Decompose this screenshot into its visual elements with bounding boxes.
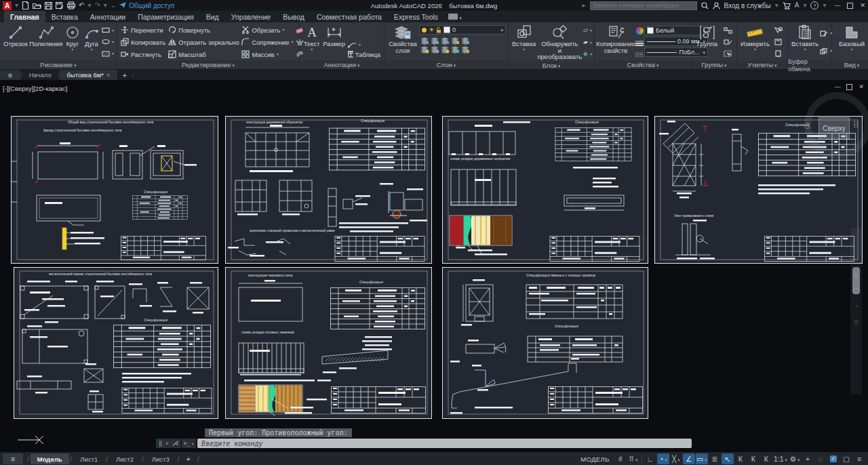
- viewport-close-icon[interactable]: ✕: [859, 83, 864, 90]
- steering-wheel-icon[interactable]: ◎: [854, 319, 859, 325]
- open-file-icon[interactable]: [33, 2, 41, 9]
- viewcube-east-label[interactable]: В: [853, 119, 859, 129]
- viewport-controls[interactable]: [-][Сверху][2D-каркас]: [3, 85, 67, 92]
- new-file-icon[interactable]: [22, 1, 29, 9]
- layer-tool-icon[interactable]: [420, 37, 429, 45]
- viewport-restore-icon[interactable]: [846, 84, 852, 90]
- isodraft-icon[interactable]: ╳: [670, 453, 682, 464]
- block-sync-icon[interactable]: ❖: [583, 52, 588, 58]
- panel-block-label[interactable]: Блок: [542, 62, 561, 69]
- panel-modify-label[interactable]: Редактирование: [182, 61, 235, 68]
- search-icon[interactable]: [701, 2, 709, 9]
- quick-select-icon[interactable]: [774, 27, 783, 34]
- panel-view-label[interactable]: Вид: [844, 61, 860, 68]
- panel-layers-label[interactable]: Слои: [437, 61, 456, 68]
- line-button[interactable]: Отрезок: [2, 24, 29, 60]
- viewcube-west-label[interactable]: З: [805, 121, 810, 131]
- search-input[interactable]: [593, 2, 694, 9]
- block-attrib-icon[interactable]: ▰: [583, 39, 588, 45]
- layer-tool-icon[interactable]: [450, 45, 460, 54]
- lineweight-toggle-icon[interactable]: ≣: [709, 453, 721, 464]
- close-button[interactable]: ✕: [860, 2, 865, 9]
- ribbon-tab-parametric[interactable]: Параметризация: [132, 11, 200, 22]
- isolate-objects-icon[interactable]: ◌: [814, 453, 827, 464]
- access-dropdown-icon[interactable]: ▾: [803, 2, 806, 9]
- panel-clipboard-label[interactable]: Буфер обмена: [788, 58, 831, 73]
- layout2-tab[interactable]: Лист2: [109, 453, 140, 464]
- search-expand-icon[interactable]: ▸: [583, 2, 586, 9]
- minimize-button[interactable]: —: [834, 2, 840, 9]
- detect-convert-button[interactable]: Обнаружить и преобразовать: [537, 24, 582, 61]
- ribbon-tab-view[interactable]: Вид: [200, 11, 225, 22]
- cut-icon[interactable]: [820, 31, 828, 37]
- copy-button[interactable]: Копировать: [121, 37, 165, 47]
- signin-label[interactable]: Вход в службы: [724, 2, 771, 9]
- table-button[interactable]: Таблица: [348, 49, 380, 59]
- layout-tabs-menu-icon[interactable]: ≡: [3, 453, 23, 464]
- command-close-icon[interactable]: ×: [165, 440, 168, 447]
- redo-icon[interactable]: ↷: [94, 2, 100, 9]
- autocad-logo-icon[interactable]: A: [3, 1, 12, 10]
- dynamic-input-icon[interactable]: ↖: [722, 453, 734, 464]
- signin-dropdown-icon[interactable]: ▾: [775, 2, 778, 9]
- customization-menu-icon[interactable]: ≡: [853, 453, 865, 464]
- restore-button[interactable]: [847, 3, 853, 9]
- object-snap-tracking-icon[interactable]: ∠: [683, 453, 695, 464]
- help-search-field[interactable]: [590, 1, 697, 10]
- ungroup-icon[interactable]: [724, 27, 732, 34]
- copy-clip-icon[interactable]: [820, 48, 828, 54]
- ribbon-tab-annotate[interactable]: Аннотации: [84, 11, 132, 22]
- grid-toggle-icon[interactable]: #: [614, 453, 627, 464]
- new-layout-button[interactable]: +: [181, 455, 196, 463]
- ribbon-tab-express[interactable]: Express Tools: [388, 11, 444, 22]
- layer-dropdown[interactable]: ☀ 0: [419, 25, 506, 35]
- mirror-button[interactable]: Отразить зеркально: [168, 37, 239, 47]
- quick-calc-icon[interactable]: [774, 39, 783, 45]
- grip-handle-icon[interactable]: ‖: [159, 440, 162, 447]
- point-style-icon[interactable]: [774, 50, 783, 57]
- insert-block-button[interactable]: Вставка ▾: [511, 24, 537, 61]
- annotation-visibility-icon[interactable]: К: [734, 453, 747, 464]
- annotation-scale-icon[interactable]: К: [760, 453, 772, 464]
- base-view-button[interactable]: Базовый ▾: [834, 24, 868, 60]
- snap-toggle-icon[interactable]: ⠿: [627, 453, 639, 464]
- cart-icon[interactable]: [783, 2, 791, 9]
- user-icon[interactable]: [713, 2, 720, 9]
- block-edit-icon[interactable]: ▱: [583, 27, 588, 33]
- clean-screen-icon[interactable]: ▢: [840, 453, 852, 464]
- annotation-autoscale-icon[interactable]: К: [747, 453, 760, 464]
- panel-annotation-label[interactable]: Аннотации: [323, 61, 359, 68]
- text-button[interactable]: A Текст ▾: [302, 24, 321, 60]
- file-tab-document[interactable]: бытовка 6м* ×: [60, 70, 117, 80]
- navigation-bar[interactable]: ✛ ◯ ◔ ◎: [850, 228, 862, 395]
- plot-icon[interactable]: [67, 1, 75, 9]
- orbit-icon[interactable]: ◔: [854, 304, 858, 310]
- undo-icon[interactable]: ↶: [79, 2, 84, 9]
- save-as-icon[interactable]: [56, 2, 64, 9]
- new-drawing-tab-button[interactable]: +: [117, 70, 132, 80]
- share-button[interactable]: Общий доступ: [119, 2, 174, 9]
- viewport-minimize-icon[interactable]: —: [834, 83, 840, 90]
- hatch-icon[interactable]: [102, 51, 110, 57]
- file-tab-close-icon[interactable]: ×: [106, 71, 111, 79]
- dimension-button[interactable]: Размер: [321, 24, 347, 60]
- layer-tool-icon[interactable]: [440, 37, 450, 45]
- layer-tool-icon[interactable]: [430, 37, 439, 45]
- recent-commands-button[interactable]: >_ ▾: [182, 439, 196, 448]
- navigation-bar-handle[interactable]: [852, 267, 860, 294]
- trim-button[interactable]: Обрезать▾: [241, 25, 293, 35]
- ribbon-tab-overflow[interactable]: [448, 11, 462, 22]
- ribbon-tab-manage[interactable]: Управление: [225, 11, 277, 22]
- move-button[interactable]: Перенести: [121, 25, 165, 35]
- undo-dropdown-icon[interactable]: ▾: [87, 2, 91, 9]
- autodesk-access-icon[interactable]: A: [795, 2, 800, 9]
- ribbon-tab-home[interactable]: Главная: [4, 11, 45, 22]
- ortho-toggle-icon[interactable]: ∟: [644, 453, 656, 464]
- object-snap-icon[interactable]: ▭: [696, 453, 708, 464]
- workspace-gear-icon[interactable]: ⚙: [789, 453, 801, 464]
- leader-button[interactable]: ▾: [348, 40, 380, 49]
- model-space-badge[interactable]: МОДЕЛЬ: [580, 456, 610, 463]
- arc-button[interactable]: Дуга ▾: [82, 24, 101, 60]
- ribbon-tab-collaborate[interactable]: Совместная работа: [311, 11, 388, 22]
- group-edit-icon[interactable]: [724, 39, 732, 45]
